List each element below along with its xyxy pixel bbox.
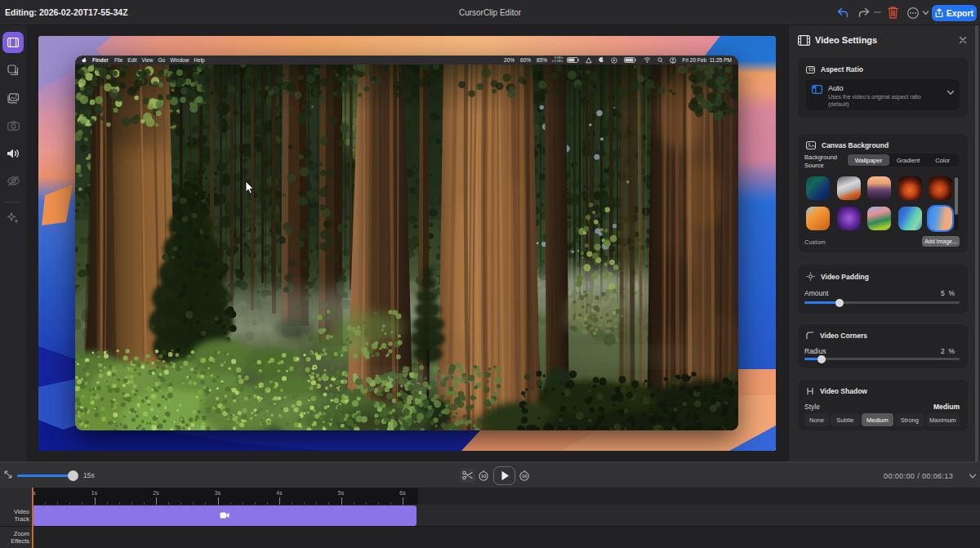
svg-text:10: 10 xyxy=(522,474,528,479)
svg-text:10: 10 xyxy=(481,474,487,479)
